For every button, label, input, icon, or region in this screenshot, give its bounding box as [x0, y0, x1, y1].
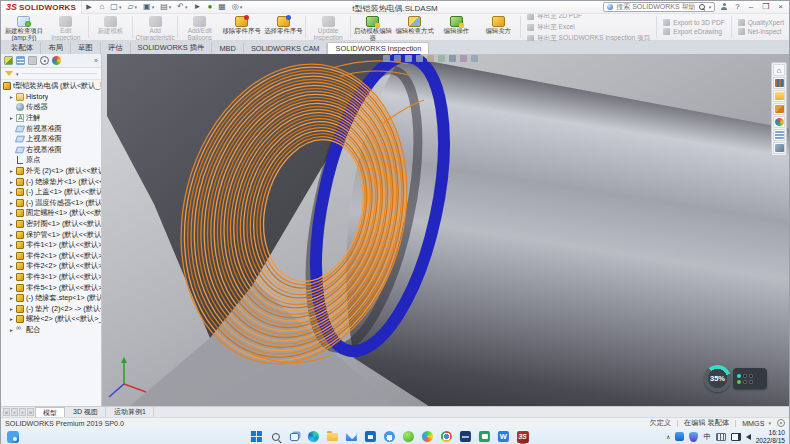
ime-keyboard-icon[interactable]	[716, 433, 726, 441]
export-edrawing-button[interactable]: Export eDrawing	[663, 28, 725, 35]
view-orientation-icon[interactable]	[427, 55, 434, 62]
edit-vendors-button[interactable]: 编辑卖方	[477, 14, 519, 40]
widgets-icon[interactable]	[7, 431, 19, 443]
close-button[interactable]: ×	[776, 2, 785, 12]
zoom-fit-icon[interactable]	[383, 55, 390, 62]
edge-browser-icon[interactable]	[307, 430, 320, 443]
edit-inspection-methods-button[interactable]: 编辑检查方式	[394, 14, 436, 40]
tree-item-component[interactable]: ▸(-) 温度传感器<1> (默认<<默认>_	[3, 198, 101, 209]
options-gear-icon[interactable]: ◎▾	[232, 2, 243, 12]
scene-icon[interactable]	[471, 55, 478, 62]
microsoft-store-icon[interactable]	[364, 430, 377, 443]
start-button[interactable]	[250, 430, 263, 443]
recorder-controls[interactable]	[733, 368, 767, 389]
edit-inspection-project-button[interactable]: Edit Inspection Project	[45, 14, 87, 40]
recorder-button-icon[interactable]	[749, 380, 753, 384]
new-template-button[interactable]: 新建模板	[90, 14, 132, 40]
tree-item-component[interactable]: ▸零件1<1> (默认<<默认>_显示状态	[3, 240, 101, 251]
task-pane-design-library-icon[interactable]	[773, 77, 785, 89]
tab-motion-study[interactable]: 运动算例1	[107, 407, 154, 417]
help-button[interactable]: ?	[733, 2, 741, 12]
filter-funnel-icon[interactable]	[5, 71, 13, 76]
tab-solidworks-inspection[interactable]: SOLIDWORKS Inspection	[327, 42, 429, 54]
tab-mbd[interactable]: MBD	[212, 43, 243, 54]
property-manager-tab-icon[interactable]	[16, 56, 25, 65]
export-excel-button[interactable]: 导出至 Excel	[527, 23, 650, 32]
display-settings-icon[interactable]: ▦	[218, 2, 226, 12]
units-selector[interactable]: MMGS	[742, 419, 764, 428]
tree-item-component[interactable]: ▸外壳 (2)<1> (默认<<默认>_显示状	[3, 166, 101, 177]
wps-app-icon[interactable]: W	[497, 430, 510, 443]
task-pane-custom-properties-icon[interactable]	[773, 129, 785, 141]
taskbar-search-icon[interactable]	[269, 430, 282, 443]
tab-addins[interactable]: SOLIDWORKS 插件	[131, 42, 213, 54]
tab-solidworks-cam[interactable]: SOLIDWORKS CAM	[244, 43, 328, 54]
select-cursor-icon[interactable]: ►	[193, 2, 201, 12]
task-pane-file-explorer-icon[interactable]	[773, 90, 785, 102]
task-pane-resources-home-icon[interactable]: ⌂	[773, 64, 785, 76]
edit-appearance-icon[interactable]	[460, 55, 467, 62]
tab-scroll-first-icon[interactable]: «	[3, 408, 10, 416]
restore-button[interactable]: ❒	[760, 2, 771, 12]
recorder-button-icon[interactable]	[743, 380, 747, 384]
tab-scroll-next-icon[interactable]: ›	[19, 408, 26, 416]
help-search-input[interactable]: 搜索 SOLIDWORKS 帮助 ▾	[603, 2, 715, 12]
tree-item-right-plane[interactable]: 右视基准面	[3, 145, 101, 156]
screen-recorder-overlay[interactable]: 35%	[704, 365, 767, 392]
cloud-app-icon[interactable]	[383, 430, 396, 443]
task-pane-forum-icon[interactable]	[773, 142, 785, 154]
solidworks-taskbar-icon[interactable]: ЗS	[516, 430, 529, 443]
tab-evaluate[interactable]: 评估	[101, 42, 131, 54]
minimize-button[interactable]: –	[747, 2, 755, 12]
tree-item-component[interactable]: ▸螺栓<2> (默认<<默认>_显示状态	[3, 314, 101, 325]
tree-item-origin[interactable]: 原点	[3, 155, 101, 166]
previous-view-icon[interactable]	[405, 55, 412, 62]
recorder-button-icon[interactable]	[743, 374, 747, 378]
3d-model-view[interactable]	[102, 54, 789, 406]
edit-operations-button[interactable]: 编辑操作	[436, 14, 478, 40]
tree-item-component[interactable]: ▸零件3<1> (默认<<默认>_显示状	[3, 272, 101, 283]
tree-item-component[interactable]: ▸零件5<1> (默认<<默认>_显示状	[3, 282, 101, 293]
solidworks-logo[interactable]: 3S SOLIDWORKS	[1, 1, 82, 14]
recorder-button-icon[interactable]	[749, 374, 753, 378]
display-style-icon[interactable]	[438, 55, 445, 62]
tree-item-component[interactable]: ▸密封圈<1> (默认<<默认>_显示状	[3, 219, 101, 230]
tray-chevron-up-icon[interactable]: ∧	[666, 433, 670, 440]
tree-item-component[interactable]: ▸(-) 上盖<1> (默认<<默认>_显示状	[3, 187, 101, 198]
tree-item-top-plane[interactable]: 上视基准面	[3, 134, 101, 145]
panel-tab-overflow-icon[interactable]: »	[94, 57, 98, 64]
qualityxpert-button[interactable]: QualityXpert	[738, 19, 784, 26]
tree-item-annotations[interactable]: ▸注解	[3, 113, 101, 124]
ime-language-indicator[interactable]: 中	[703, 432, 710, 442]
navy-app-icon[interactable]	[459, 430, 472, 443]
configuration-manager-tab-icon[interactable]	[28, 56, 37, 65]
tab-scroll-last-icon[interactable]: »	[27, 408, 34, 416]
update-inspection-project-button[interactable]: Update Inspection Project	[307, 14, 349, 40]
home-icon[interactable]: ⌂	[100, 2, 105, 12]
status-gear-icon[interactable]	[777, 419, 785, 427]
search-icon[interactable]	[699, 4, 706, 11]
zoom-area-icon[interactable]	[394, 55, 401, 62]
filter-dropdown-icon[interactable]: ▾	[16, 71, 19, 77]
new-inspection-project-button[interactable]: 新建检查项目 (amp:列)	[3, 14, 45, 40]
tree-item-mates[interactable]: ▸配合	[3, 325, 101, 336]
select-balloons-button[interactable]: 选择零件序号	[263, 14, 305, 40]
tree-item-component[interactable]: ▸零件2<1> (默认<<默认>_显示状	[3, 251, 101, 262]
print-icon[interactable]: ▤▾	[160, 2, 171, 12]
onedrive-icon[interactable]	[675, 432, 684, 441]
tree-item-history[interactable]: ▸History	[3, 92, 101, 103]
task-view-icon[interactable]	[288, 430, 301, 443]
tab-layout[interactable]: 布局	[41, 42, 71, 54]
login-person-icon[interactable]	[720, 3, 728, 11]
tab-model[interactable]: 模型	[35, 407, 65, 417]
net-inspect-button[interactable]: Net-Inspect	[738, 28, 784, 35]
launch-template-editor-button[interactable]: 启动模板编辑器	[352, 14, 394, 40]
save-icon[interactable]: ▣▾	[143, 2, 154, 12]
tree-item-component[interactable]: ▸(-) 垫片 (2)<2> -> (默认<<默认>	[3, 303, 101, 314]
search-dropdown-icon[interactable]: ▾	[709, 4, 712, 10]
tree-item-component[interactable]: ▸固定螺栓<1> (默认<<默认>_显示	[3, 208, 101, 219]
export-3d-pdf-button[interactable]: Export to 3D PDF	[663, 19, 725, 26]
tab-assembly[interactable]: 装配体	[4, 42, 41, 54]
mail-icon[interactable]	[345, 430, 358, 443]
new-document-icon[interactable]: ▢▾	[110, 2, 121, 12]
